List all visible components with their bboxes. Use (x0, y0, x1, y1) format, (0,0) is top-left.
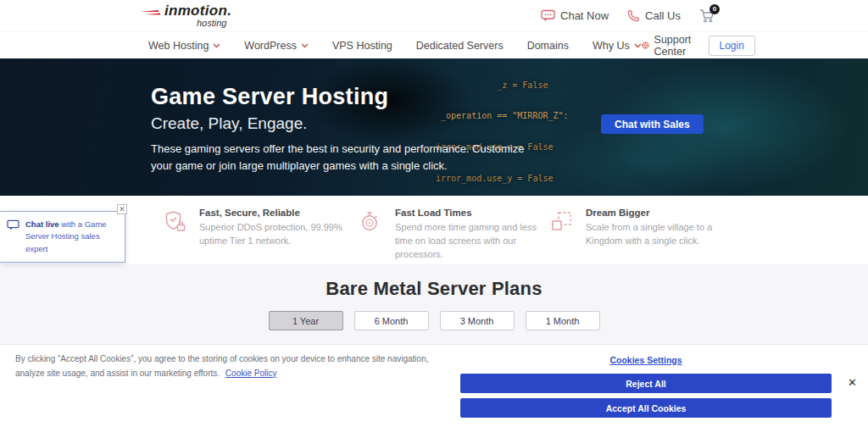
feature-title: Dream Bigger (586, 208, 738, 218)
feature-text: Spend more time gaming and less time on … (395, 221, 548, 262)
header-top: inmotion. hosting Chat Now Call Us (0, 0, 868, 32)
nav-item-domains[interactable]: Domains (527, 40, 569, 52)
logo-swoosh-icon (140, 9, 162, 19)
nav-item-web-hosting[interactable]: Web Hosting (148, 40, 220, 52)
popup-close-icon[interactable]: ✕ (117, 204, 127, 214)
support-center-label: Support Center (654, 34, 697, 58)
cookie-consent-banner: By clicking “Accept All Cookies”, you ag… (0, 344, 868, 426)
chat-bubble-icon (7, 219, 19, 230)
chat-with-sales-button[interactable]: Chat with Sales (601, 114, 704, 134)
hero-description: These gaming servers offer the best in s… (151, 141, 537, 175)
shield-lock-icon (164, 210, 186, 233)
tab-3-month[interactable]: 3 Month (440, 311, 515, 330)
features-section: Chat live with a Game Server Hosting sal… (0, 196, 868, 264)
feature-dream-bigger: Dream Bigger Scale from a single village… (550, 208, 738, 248)
feature-fast-secure-reliable: Fast, Secure, Reliable Superior DDoS pro… (164, 208, 352, 248)
scale-up-icon (550, 210, 573, 233)
chevron-down-icon (213, 43, 220, 48)
nav-label: Why Us (593, 40, 630, 52)
chat-live-popup[interactable]: Chat live with a Game Server Hosting sal… (0, 211, 125, 263)
hero-title: Game Server Hosting (151, 84, 537, 110)
phone-icon (627, 9, 640, 22)
feature-title: Fast Load Times (395, 208, 548, 218)
tab-1-month[interactable]: 1 Month (526, 311, 600, 330)
call-us-link[interactable]: Call Us (627, 9, 681, 22)
cookie-policy-link[interactable]: Cookie Policy (225, 369, 277, 378)
chevron-down-icon (301, 43, 309, 48)
logo-brand-text: inmotion. (164, 3, 231, 18)
accept-all-cookies-button[interactable]: Accept All Cookies (460, 398, 832, 418)
code-line: irror_mod.use_y = False (436, 174, 569, 184)
hero-subtitle: Create, Play, Engage. (151, 114, 537, 133)
feature-title: Fast, Secure, Reliable (199, 208, 352, 218)
hero-banner: _z = False _operation == "MIRROR_Z": irr… (0, 58, 868, 196)
plan-term-tabs: 1 Year 6 Month 3 Month 1 Month (0, 311, 868, 330)
nav-label: Web Hosting (148, 40, 209, 52)
cookie-message: By clicking “Accept All Cookies”, you ag… (15, 352, 443, 380)
nav-item-why-us[interactable]: Why Us (593, 40, 642, 52)
feature-fast-load-times: Fast Load Times Spend more time gaming a… (359, 208, 548, 262)
chat-now-link[interactable]: Chat Now (541, 9, 609, 22)
logo-sub-text: hosting (197, 19, 231, 28)
support-center-link[interactable]: Support Center (642, 34, 697, 58)
chat-now-label: Chat Now (560, 9, 609, 22)
life-ring-icon (642, 39, 649, 52)
feature-text: Superior DDoS protection, 99.99% uptime … (199, 221, 352, 248)
tab-1-year[interactable]: 1 Year (269, 311, 343, 330)
feature-text: Scale from a single village to a Kingdom… (586, 221, 738, 248)
cart-count-badge: 0 (709, 4, 720, 14)
nav-label: VPS Hosting (332, 40, 392, 52)
login-button[interactable]: Login (709, 36, 755, 56)
reject-all-button[interactable]: Reject All (460, 374, 832, 393)
nav-item-dedicated-servers[interactable]: Dedicated Servers (416, 40, 504, 52)
call-us-label: Call Us (645, 9, 681, 22)
stopwatch-icon (359, 210, 382, 233)
nav-label: Dedicated Servers (416, 40, 504, 52)
nav-label: Domains (527, 40, 569, 52)
chat-bubble-icon (541, 9, 555, 22)
cookie-close-icon[interactable]: ✕ (848, 377, 857, 388)
nav-label: WordPress (244, 40, 297, 52)
nav-item-vps-hosting[interactable]: VPS Hosting (332, 40, 392, 52)
plans-heading: Bare Metal Server Plans (0, 264, 868, 300)
cart-button[interactable]: 0 (699, 8, 715, 24)
cookie-message-text: By clicking “Accept All Cookies”, you ag… (15, 354, 429, 378)
chat-live-label: Chat live (25, 219, 59, 229)
chevron-down-icon (634, 43, 642, 48)
nav-item-wordpress[interactable]: WordPress (244, 40, 309, 52)
main-nav: Web Hosting WordPress VPS Hosting Dedica… (0, 32, 868, 58)
cookies-settings-link[interactable]: Cookies Settings (460, 355, 832, 365)
tab-6-month[interactable]: 6 Month (354, 311, 429, 330)
inmotion-logo[interactable]: inmotion. hosting (140, 3, 231, 28)
plans-section: Bare Metal Server Plans 1 Year 6 Month 3… (0, 264, 868, 344)
